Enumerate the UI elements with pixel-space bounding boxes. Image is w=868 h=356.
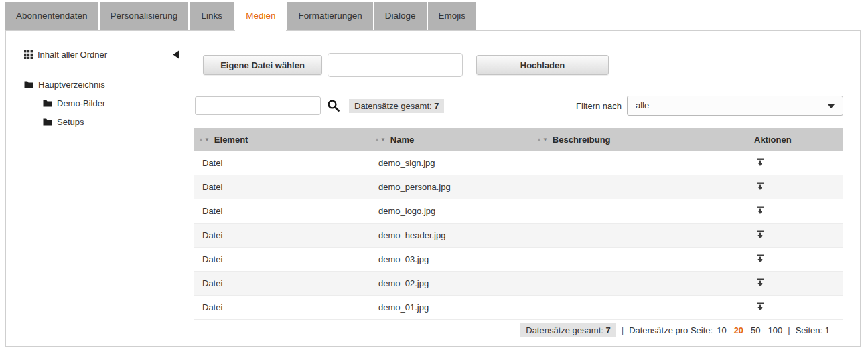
table-row[interactable]: Datei demo_logo.jpg <box>194 199 843 224</box>
sort-desc-icon[interactable]: ▼ <box>204 137 210 143</box>
sort-asc-icon[interactable]: ▲ <box>198 137 204 143</box>
content-panel: Inhalt aller Ordner Hauptverzeichnis Dem… <box>5 30 861 347</box>
pages-value: 1 <box>825 325 830 335</box>
folder-item[interactable]: Demo-Bilder <box>24 94 185 112</box>
cell-actions <box>749 302 843 314</box>
table-row[interactable]: Datei demo_02.jpg <box>194 272 843 296</box>
choose-file-button[interactable]: Eigene Datei wählen <box>203 55 322 75</box>
separator: | <box>788 325 790 335</box>
cell-element: Datei <box>194 206 370 216</box>
cell-element: Datei <box>194 278 370 288</box>
table-column-header[interactable]: ▲▼ Name <box>370 135 532 145</box>
cell-actions <box>749 205 843 217</box>
search-icon[interactable] <box>327 99 340 112</box>
tab[interactable]: Links <box>190 2 234 30</box>
per-page-label: Datensätze pro Seite: <box>629 325 713 335</box>
table-column-header[interactable]: ▲▼ Element <box>194 135 370 145</box>
main-area: Eigene Datei wählen Hochladen Datensätze… <box>194 31 843 347</box>
sort-icons[interactable]: ▲▼ <box>536 137 549 143</box>
pages-label: Seiten: 1 <box>796 325 830 335</box>
per-page-options: 10 20 50 100 <box>717 325 782 335</box>
sort-asc-icon[interactable]: ▲ <box>374 137 380 143</box>
folder-label: Hauptverzeichnis <box>38 80 105 90</box>
grid-icon <box>24 50 33 59</box>
upload-button[interactable]: Hochladen <box>476 55 609 75</box>
tab[interactable]: Formatierungen <box>287 2 372 30</box>
pagination-total-badge: Datensätze gesamt: 7 <box>520 323 616 337</box>
tab[interactable]: Personalisierung <box>100 2 189 30</box>
download-icon[interactable] <box>755 254 766 264</box>
download-icon[interactable] <box>755 205 766 215</box>
filter-selected-value: alle <box>636 100 649 110</box>
cell-name: demo_persona.jpg <box>370 182 532 192</box>
per-page-option[interactable]: 10 <box>717 325 726 335</box>
tab[interactable]: Abonnentendaten <box>5 2 98 30</box>
pagination-bar: Datensätze gesamt: 7 | Datensätze pro Se… <box>512 323 830 337</box>
cell-actions <box>749 230 843 242</box>
sort-asc-icon[interactable]: ▲ <box>536 137 542 143</box>
column-label: Beschreibung <box>553 135 611 145</box>
cell-element: Datei <box>194 158 370 168</box>
cell-element: Datei <box>194 254 370 264</box>
records-total-value: 7 <box>434 101 439 111</box>
table-row[interactable]: Datei demo_header.jpg <box>194 224 843 248</box>
filename-field[interactable] <box>328 53 463 77</box>
records-total-label: Datensätze gesamt: <box>354 101 432 111</box>
cell-actions <box>749 254 843 266</box>
cell-name: demo_01.jpg <box>370 302 532 313</box>
per-page-option[interactable]: 100 <box>768 325 783 335</box>
cell-name: demo_03.jpg <box>370 254 532 264</box>
per-page-option[interactable]: 20 <box>734 325 743 335</box>
cell-name: demo_header.jpg <box>370 230 532 240</box>
download-icon[interactable] <box>755 157 766 167</box>
column-label: Name <box>390 135 414 145</box>
download-icon[interactable] <box>755 278 766 288</box>
download-icon[interactable] <box>755 230 766 240</box>
table-row[interactable]: Datei demo_sign.jpg <box>194 151 843 175</box>
sidebar-header: Inhalt aller Ordner <box>24 50 179 60</box>
upload-row: Eigene Datei wählen Hochladen <box>203 53 609 77</box>
folder-icon <box>24 80 33 88</box>
cell-actions <box>749 157 843 169</box>
pages-caption: Seiten: <box>796 325 822 335</box>
filter-dropdown[interactable]: alle <box>627 96 843 116</box>
table-row[interactable]: Datei demo_03.jpg <box>194 248 843 272</box>
table-column-header[interactable]: ▲▼ Aktionen <box>749 135 843 145</box>
folder-icon <box>43 99 52 107</box>
cell-element: Datei <box>194 302 370 313</box>
table-column-header[interactable]: ▲▼ Beschreibung <box>532 135 749 145</box>
cell-element: Datei <box>194 182 370 192</box>
cell-name: demo_sign.jpg <box>370 158 532 168</box>
table-row[interactable]: Datei demo_01.jpg <box>194 296 843 320</box>
sort-icons[interactable]: ▲▼ <box>198 137 210 143</box>
collapse-sidebar-icon[interactable] <box>173 50 179 59</box>
folder-item[interactable]: Hauptverzeichnis <box>24 75 185 94</box>
folder-item[interactable]: Setups <box>24 112 185 131</box>
sort-icons[interactable]: ▲▼ <box>374 137 386 143</box>
sort-desc-icon[interactable]: ▼ <box>380 137 386 143</box>
table-header-row: ▲▼ Element ▲▼ Name ▲▼ Beschreibung <box>194 128 843 151</box>
column-label: Aktionen <box>754 135 792 145</box>
table-row[interactable]: Datei demo_persona.jpg <box>194 175 843 199</box>
folder-label: Setups <box>57 117 84 127</box>
records-total-badge: Datensätze gesamt: 7 <box>349 99 444 113</box>
per-page-option[interactable]: 50 <box>751 325 760 335</box>
pagination-total-label: Datensätze gesamt: <box>526 325 603 335</box>
tab[interactable]: Dialoge <box>374 2 427 30</box>
search-input[interactable] <box>195 96 321 115</box>
cell-name: demo_02.jpg <box>370 278 532 288</box>
tab[interactable]: Emojis <box>428 2 477 30</box>
separator: | <box>622 325 624 335</box>
tab-bar: Abonnentendaten Personalisierung Links M… <box>5 2 476 31</box>
cell-name: demo_logo.jpg <box>370 206 532 216</box>
download-icon[interactable] <box>755 181 766 191</box>
pagination-total-value: 7 <box>606 325 611 335</box>
sidebar-title: Inhalt aller Ordner <box>38 50 107 60</box>
search-row: Datensätze gesamt: 7 Filtern nach alle <box>195 96 843 116</box>
sort-desc-icon[interactable]: ▼ <box>542 137 549 143</box>
column-label: Element <box>214 135 248 145</box>
download-icon[interactable] <box>755 302 766 312</box>
tab[interactable]: Medien <box>235 2 286 31</box>
media-table: ▲▼ Element ▲▼ Name ▲▼ Beschreibung <box>194 128 843 320</box>
filter-label: Filtern nach <box>576 101 622 111</box>
